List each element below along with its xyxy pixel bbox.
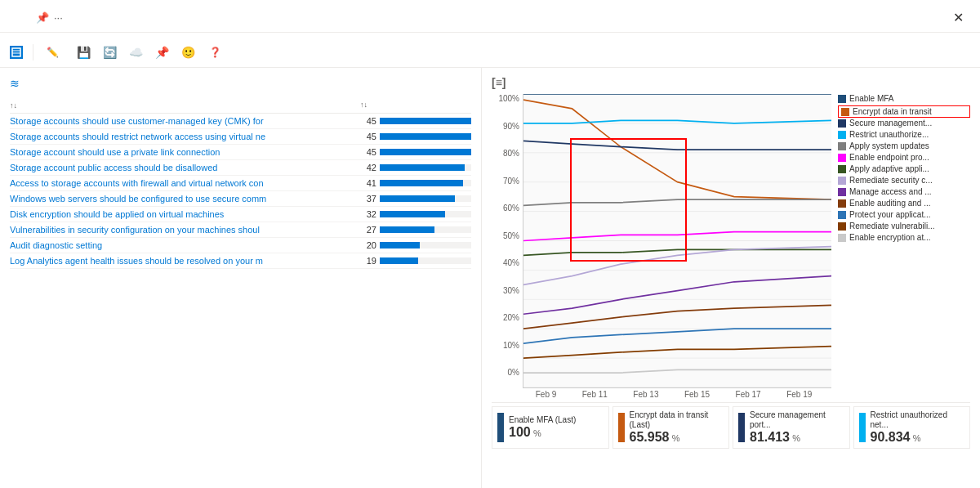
title-bar-left: 📌 ··· <box>10 11 63 24</box>
y-axis-label: 100% <box>498 94 519 103</box>
x-axis-label: Feb 17 <box>736 390 761 399</box>
chart-area: 100%90%80%70%60%50%40%30%20%10%0% Enable… <box>492 94 970 388</box>
row-name[interactable]: Audit diagnostic setting <box>10 240 357 250</box>
bar-container <box>380 211 471 217</box>
row-count-cell: 20 <box>357 240 471 250</box>
bar-container <box>380 180 471 186</box>
workbooks-button[interactable] <box>10 46 26 59</box>
legend-item[interactable]: Encrypt data in transit <box>838 105 970 118</box>
table-row[interactable]: Windows web servers should be configured… <box>10 191 471 207</box>
svg-rect-0 <box>12 48 20 56</box>
metric-value: 90.834 <box>871 430 911 444</box>
count-bar <box>380 118 471 124</box>
metric-value-row: 90.834 % <box>871 430 965 445</box>
metric-unit: % <box>792 433 800 443</box>
legend-item[interactable]: Remediate security c... <box>838 176 970 185</box>
metric-content: Secure management port... 81.413 % <box>750 410 844 445</box>
count-bar <box>380 211 445 217</box>
share-button[interactable]: ☁️ <box>124 41 147 64</box>
toolbar-divider <box>33 44 33 60</box>
chart-title: [≡] <box>492 76 970 89</box>
bar-container <box>380 164 471 171</box>
count-bar <box>380 133 471 140</box>
table-row[interactable]: Audit diagnostic setting 20 <box>10 238 471 253</box>
bar-container <box>380 242 471 248</box>
table-row[interactable]: Storage accounts should restrict network… <box>10 129 471 145</box>
table-header: ↑↓ ↑↓ <box>10 96 471 114</box>
table-row[interactable]: Disk encryption should be applied on vir… <box>10 207 471 222</box>
legend-item[interactable]: Enable MFA <box>838 94 970 103</box>
more-icon[interactable]: ··· <box>54 11 63 24</box>
bar-container <box>380 257 471 264</box>
row-name[interactable]: Windows web servers should be configured… <box>10 194 357 204</box>
row-name[interactable]: Log Analytics agent health issues should… <box>10 256 357 266</box>
metric-label: Enable MFA (Last) <box>509 415 576 425</box>
count-number: 20 <box>357 240 376 250</box>
feedback-button[interactable]: 🙂 <box>176 41 199 64</box>
left-panel: ≋ ↑↓ ↑↓ Storage accounts sh <box>0 68 482 488</box>
row-name[interactable]: Storage accounts should use customer-man… <box>10 116 357 126</box>
legend-item[interactable]: Apply system updates <box>838 141 970 150</box>
legend-item[interactable]: Enable auditing and ... <box>838 199 970 208</box>
table-rows: Storage accounts should use customer-man… <box>10 114 471 269</box>
legend-item[interactable]: Secure management... <box>838 119 970 128</box>
metric-color-bar <box>738 413 745 442</box>
table-row[interactable]: Vulnerabilities in security configuratio… <box>10 222 471 238</box>
sort-name-icon[interactable]: ↑↓ <box>10 101 17 110</box>
refresh-button[interactable]: 🔄 <box>98 41 121 64</box>
content-area: ≋ ↑↓ ↑↓ Storage accounts sh <box>0 68 980 488</box>
legend-color <box>838 154 846 162</box>
close-button[interactable]: ✕ <box>947 7 970 29</box>
table-row[interactable]: Log Analytics agent health issues should… <box>10 253 471 269</box>
legend-label: Restrict unauthorize... <box>849 130 929 139</box>
metric-card: Secure management port... 81.413 % <box>733 406 850 449</box>
row-count-cell: 27 <box>357 225 471 235</box>
legend-item[interactable]: Apply adaptive appli... <box>838 164 970 173</box>
table-row[interactable]: Storage accounts should use customer-man… <box>10 114 471 129</box>
metric-unit: % <box>913 433 921 443</box>
save-button[interactable]: 💾 <box>72 41 95 64</box>
legend-label: Encrypt data in transit <box>853 107 932 116</box>
legend-label: Remediate security c... <box>849 176 933 185</box>
pin-icon[interactable]: 📌 <box>36 11 49 24</box>
metric-content: Encrypt data in transit (Last) 65.958 % <box>630 410 724 445</box>
table-row[interactable]: Access to storage accounts with firewall… <box>10 176 471 191</box>
metric-value: 65.958 <box>630 430 670 444</box>
table-row[interactable]: Storage account should use a private lin… <box>10 145 471 160</box>
row-name[interactable]: Storage accounts should restrict network… <box>10 132 357 141</box>
legend-label: Apply system updates <box>849 141 929 150</box>
y-axis-label: 40% <box>503 258 519 267</box>
sort-count-icon[interactable]: ↑↓ <box>360 101 368 109</box>
row-name[interactable]: Storage account public access should be … <box>10 163 357 172</box>
count-number: 32 <box>357 209 376 219</box>
legend-item[interactable]: Manage access and ... <box>838 187 970 196</box>
metric-color-bar <box>859 413 866 442</box>
legend-item[interactable]: Enable encryption at... <box>838 233 970 242</box>
legend-item[interactable]: Restrict unauthorize... <box>838 130 970 139</box>
row-name[interactable]: Vulnerabilities in security configuratio… <box>10 225 357 235</box>
row-name[interactable]: Storage account should use a private lin… <box>10 147 357 157</box>
row-name[interactable]: Disk encryption should be applied on vir… <box>10 209 357 219</box>
chart-legend: Enable MFA Encrypt data in transit Secur… <box>831 94 970 388</box>
legend-color <box>838 211 846 219</box>
col-name-header: ↑↓ <box>10 100 357 110</box>
help-button[interactable]: ❓ <box>203 43 231 61</box>
edit-button[interactable]: ✏️ <box>40 43 69 61</box>
settings-button[interactable]: 📌 <box>150 41 173 64</box>
count-number: 19 <box>357 256 376 266</box>
x-axis-label: Feb 13 <box>633 390 658 399</box>
section-icon: ≋ <box>10 77 20 90</box>
legend-item[interactable]: Enable endpoint pro... <box>838 153 970 162</box>
row-name[interactable]: Access to storage accounts with firewall… <box>10 178 357 188</box>
count-number: 45 <box>357 132 376 141</box>
count-bar <box>380 195 455 202</box>
row-count-cell: 32 <box>357 209 471 219</box>
workbooks-icon <box>10 46 23 59</box>
y-axis-label: 60% <box>503 204 519 213</box>
legend-item[interactable]: Protect your applicat... <box>838 210 970 219</box>
metric-value-row: 81.413 % <box>750 430 844 445</box>
metric-card: Enable MFA (Last) 100 % <box>492 406 609 449</box>
legend-item[interactable]: Remediate vulnerabili... <box>838 222 970 231</box>
table-row[interactable]: Storage account public access should be … <box>10 160 471 176</box>
y-axis-label: 80% <box>503 149 519 158</box>
